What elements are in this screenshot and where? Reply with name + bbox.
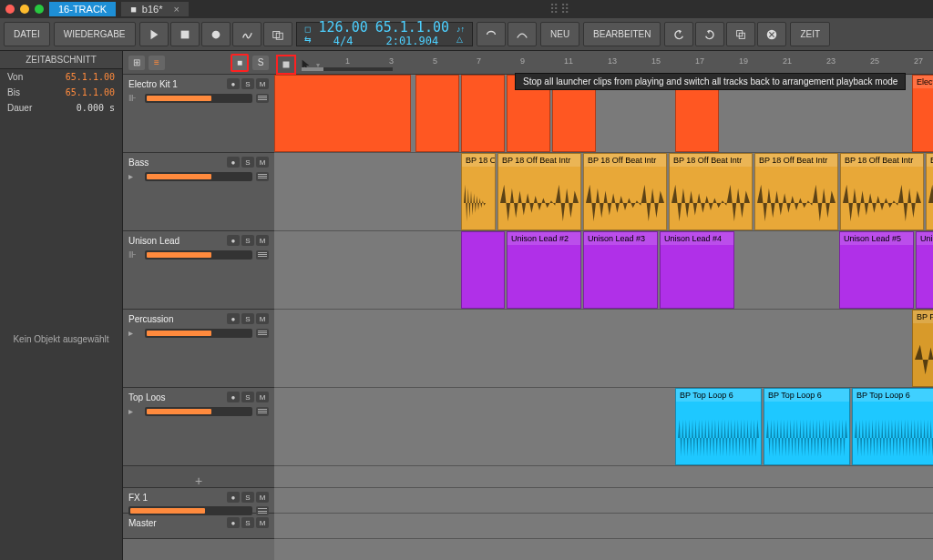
maximize-window-icon[interactable] xyxy=(35,5,44,14)
clip[interactable]: Unison Lead #5 xyxy=(839,231,914,309)
time-button[interactable]: ZEIT xyxy=(790,22,830,46)
minimize-window-icon[interactable] xyxy=(20,5,29,14)
clip[interactable] xyxy=(461,231,505,309)
clip[interactable]: Electro Kit 1 #6 xyxy=(912,75,933,152)
mute-button[interactable]: M xyxy=(256,517,269,528)
clip[interactable]: Unison Lead #3 xyxy=(583,231,658,309)
solo-button[interactable]: S xyxy=(241,492,254,503)
undo-button[interactable] xyxy=(664,22,693,46)
volume-slider[interactable] xyxy=(145,94,252,103)
track-lane-unison[interactable]: Unison Lead #2 Unison Lead #3 Unison Lea… xyxy=(274,231,933,310)
automation-write-button[interactable] xyxy=(232,22,261,46)
loop-button[interactable] xyxy=(477,22,506,46)
clip[interactable]: BP 18 O xyxy=(461,153,496,230)
clip[interactable]: BP Top Loop 6 xyxy=(852,388,933,465)
list-view-icon[interactable]: ≡ xyxy=(149,56,165,70)
record-button[interactable] xyxy=(201,22,231,46)
stop-button[interactable] xyxy=(170,22,200,46)
track-header-bass[interactable]: Bass ● S M ▸ xyxy=(123,153,274,231)
new-button[interactable]: NEU xyxy=(540,22,579,46)
track-lane-toploos[interactable]: BP Top Loop 6 BP Top Loop 6 BP Top Loop … xyxy=(274,388,933,466)
clip[interactable]: BP 18 Off Beat Intr xyxy=(583,153,667,230)
von-value[interactable]: 65.1.1.00 xyxy=(66,72,115,82)
clip[interactable]: BP Top Loop 6 xyxy=(675,388,762,465)
mute-button[interactable]: M xyxy=(256,235,269,246)
stop-all-clips-button[interactable] xyxy=(276,55,296,75)
metronome-icons[interactable]: ♪↑△ xyxy=(456,25,465,44)
clip[interactable]: BP 18 Off Beat Intr xyxy=(926,153,933,230)
clip[interactable]: BP FX 128bpm Loop 5 xyxy=(912,310,933,387)
loop-follow-icons[interactable]: ◻⇆ xyxy=(304,25,312,44)
record-arm-button[interactable]: ● xyxy=(227,157,240,168)
solo-button[interactable]: S xyxy=(241,235,254,246)
record-arm-button[interactable]: ● xyxy=(227,492,240,503)
clip[interactable]: Unison Lead #4 xyxy=(660,231,734,309)
duplicate-button[interactable] xyxy=(726,22,755,46)
track-menu-icon[interactable] xyxy=(256,172,269,181)
template-tab[interactable]: 16-TRACK xyxy=(49,2,116,16)
clip[interactable] xyxy=(415,75,459,152)
record-arm-button[interactable]: ● xyxy=(227,235,240,246)
overdub-button[interactable] xyxy=(263,22,292,46)
add-track-button[interactable]: + xyxy=(123,466,274,488)
arrangement-area[interactable]: ▾ 135791113151719212325272931 Stop all l… xyxy=(274,51,933,560)
record-arm-button[interactable]: ● xyxy=(227,392,240,402)
mute-button[interactable]: M xyxy=(256,492,269,503)
document-tab[interactable]: ■ b16* × xyxy=(121,2,189,16)
dauer-value[interactable]: 0.000 s xyxy=(77,103,115,113)
play-button[interactable] xyxy=(139,22,169,46)
track-header-toploos[interactable]: Top Loos ● S M ▸ xyxy=(123,388,274,466)
track-header-electro[interactable]: Electro Kit 1 ● S M ⊪ xyxy=(123,75,274,153)
track-menu-icon[interactable] xyxy=(256,506,269,515)
track-lane-fx1[interactable] xyxy=(274,488,933,514)
clip[interactable]: BP 18 Off Beat Intr xyxy=(754,153,838,230)
clip[interactable]: BP Top Loop 6 xyxy=(764,388,850,465)
grid-view-icon[interactable]: ⊞ xyxy=(128,56,145,70)
solo-button[interactable]: S xyxy=(241,157,254,168)
tempo-display[interactable]: 126.00 4/4 xyxy=(319,21,368,47)
clip[interactable]: BP 18 Off Beat Intr xyxy=(669,153,753,230)
solo-button[interactable]: S xyxy=(241,78,254,89)
redo-button[interactable] xyxy=(695,22,724,46)
track-menu-icon[interactable] xyxy=(256,407,269,416)
volume-slider[interactable] xyxy=(145,407,252,416)
s-button[interactable]: S xyxy=(252,56,269,70)
punch-button[interactable] xyxy=(508,22,537,46)
track-menu-icon[interactable] xyxy=(256,329,269,338)
clip[interactable]: BP 18 Off Beat Intr xyxy=(497,153,581,230)
track-header-unison[interactable]: Unison Lead ● S M ⊪ xyxy=(123,231,274,310)
volume-slider[interactable] xyxy=(145,250,252,260)
record-arm-button[interactable]: ● xyxy=(227,517,240,528)
track-header-percussion[interactable]: Percussion ● S M ▸ xyxy=(123,310,274,388)
track-header-fx1[interactable]: FX 1 ● S M xyxy=(123,488,274,514)
track-menu-icon[interactable] xyxy=(256,250,269,260)
volume-slider[interactable] xyxy=(145,172,252,181)
global-stop-button[interactable]: ■ xyxy=(231,54,249,72)
delete-button[interactable] xyxy=(757,22,786,46)
bis-value[interactable]: 65.1.1.00 xyxy=(66,87,115,97)
track-lane-master[interactable] xyxy=(274,514,933,539)
position-display[interactable]: 65.1.1.00 2:01.904 xyxy=(375,21,449,47)
track-header-master[interactable]: Master ● S M xyxy=(123,514,274,539)
close-tab-icon[interactable]: × xyxy=(173,4,179,15)
solo-button[interactable]: S xyxy=(241,392,254,402)
solo-button[interactable]: S xyxy=(241,517,254,528)
clip[interactable]: Unison Lead #2 xyxy=(507,231,581,309)
track-lane-percussion[interactable]: BP FX 128bpm Loop 5 xyxy=(274,310,933,388)
playback-button[interactable]: WIEDERGABE xyxy=(54,22,136,46)
clip[interactable] xyxy=(461,75,505,152)
clip[interactable]: Unison Lead #6 xyxy=(916,231,933,309)
record-arm-button[interactable]: ● xyxy=(227,78,240,89)
mute-button[interactable]: M xyxy=(256,313,269,324)
clip[interactable] xyxy=(274,75,411,152)
timeline-ruler[interactable]: ▾ 135791113151719212325272931 xyxy=(274,51,933,75)
track-lane-bass[interactable]: BP 18 O BP 18 Off Beat Intr BP 18 Off Be… xyxy=(274,153,933,231)
mute-button[interactable]: M xyxy=(256,392,269,402)
volume-slider[interactable] xyxy=(128,506,252,515)
edit-button[interactable]: BEARBEITEN xyxy=(583,22,661,46)
close-window-icon[interactable] xyxy=(5,5,15,14)
track-menu-icon[interactable] xyxy=(256,94,269,103)
solo-button[interactable]: S xyxy=(241,313,254,324)
record-arm-button[interactable]: ● xyxy=(227,313,240,324)
mute-button[interactable]: M xyxy=(256,78,269,89)
